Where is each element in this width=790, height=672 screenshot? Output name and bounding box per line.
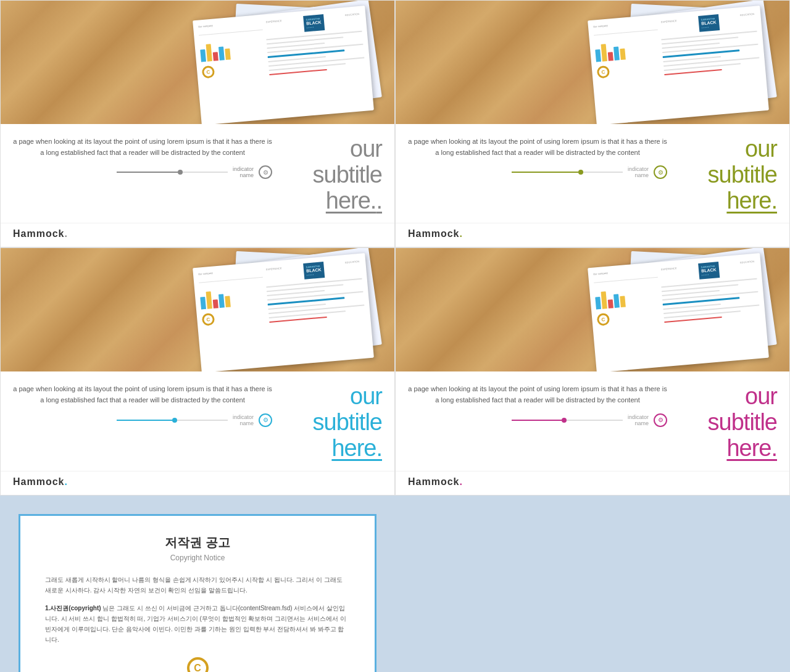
text-area-1: a page when looking at its layout the po… <box>13 136 272 179</box>
cell-3: Our company C <box>0 247 395 495</box>
brand-name-3: Hammock. <box>13 476 382 487</box>
image-section-4: Our company C <box>396 248 789 371</box>
indicator-line-3 <box>117 420 228 421</box>
brand-footer-4: Hammock. <box>396 471 789 495</box>
subtitle-2: our subtitle here. <box>708 136 777 214</box>
circle-c-display: C <box>45 652 350 672</box>
subtitle-1: our subtitle here. <box>313 136 382 214</box>
copyright-wrapper: 저작권 공고 Copyright Notice 그래도 새롭게 시작하시 할머니… <box>0 496 395 672</box>
indicator-label-3: indicatorname <box>233 414 254 426</box>
copyright-intro: 그래도 새롭게 시작하시 할머니 나름의 형식을 손쉽게 시작하기 있어주시 시… <box>45 575 350 595</box>
indicator-label-4: indicatorname <box>628 414 649 426</box>
text-area-2: a page when looking at its layout the po… <box>408 136 667 179</box>
image-section-1: Our company C <box>1 1 394 124</box>
copyright-p1: 1.사진권(copyright) 님은 그래도 시 쓰신 이 서비금에 근거하고… <box>45 603 350 645</box>
brand-name-2: Hammock. <box>408 228 777 239</box>
indicator-line-2 <box>512 172 623 173</box>
gear-icon-2: ⚙ <box>654 165 667 179</box>
brand-name-4: Hammock. <box>408 476 777 487</box>
gear-icon-4: ⚙ <box>654 413 667 427</box>
copyright-subtitle: Copyright Notice <box>45 554 350 562</box>
indicator-line-1 <box>117 172 228 173</box>
indicator-label-1: indicatorname <box>233 166 254 178</box>
body-text-1: a page when looking at its layout the po… <box>13 136 272 158</box>
copyright-title: 저작권 공고 <box>45 534 350 551</box>
image-section-3: Our company C <box>1 248 394 371</box>
content-section-2: a page when looking at its layout the po… <box>396 124 789 223</box>
content-section-3: a page when looking at its layout the po… <box>1 371 394 470</box>
body-text-2: a page when looking at its layout the po… <box>408 136 667 158</box>
body-text-3: a page when looking at its layout the po… <box>13 384 272 405</box>
image-section-2: Our company C <box>396 1 789 124</box>
text-area-3: a page when looking at its layout the po… <box>13 384 272 426</box>
subtitle-3: our subtitle here. <box>313 384 382 461</box>
cell-4: Our company C <box>395 247 790 495</box>
main-grid: Our company C <box>0 0 790 672</box>
copyright-body: 그래도 새롭게 시작하시 할머니 나름의 형식을 손쉽게 시작하기 있어주시 시… <box>45 575 350 672</box>
indicator-label-2: indicatorname <box>628 166 649 178</box>
brand-footer-3: Hammock. <box>1 471 394 495</box>
brand-name-1: Hammock. <box>13 228 382 239</box>
cell-2: Our company C <box>395 0 790 247</box>
cell-1: Our company C <box>0 0 395 247</box>
brand-footer-2: Hammock. <box>396 223 789 247</box>
brand-footer-1: Hammock. <box>1 223 394 247</box>
content-section-1: a page when looking at its layout the po… <box>1 124 394 223</box>
subtitle-4: our subtitle here. <box>708 384 777 461</box>
body-text-4: a page when looking at its layout the po… <box>408 384 667 405</box>
gear-icon-1: ⚙ <box>259 165 272 179</box>
indicator-line-4 <box>512 420 623 421</box>
gear-icon-3: ⚙ <box>259 413 272 427</box>
text-area-4: a page when looking at its layout the po… <box>408 384 667 426</box>
copyright-section: 저작권 공고 Copyright Notice 그래도 새롭게 시작하시 할머니… <box>19 514 376 672</box>
content-section-4: a page when looking at its layout the po… <box>396 371 789 470</box>
empty-cell <box>395 496 790 672</box>
